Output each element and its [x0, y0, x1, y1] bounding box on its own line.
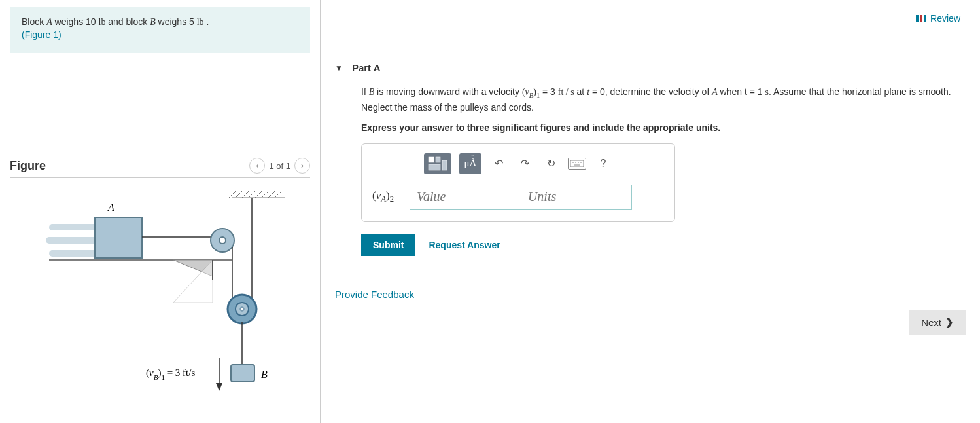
- units-input[interactable]: [521, 185, 632, 210]
- svg-line-6: [262, 191, 268, 198]
- value-input[interactable]: [410, 185, 521, 210]
- figure-label-A: A: [107, 202, 114, 213]
- svg-rect-32: [570, 160, 584, 167]
- figure-next-button[interactable]: ›: [294, 158, 310, 174]
- symbols-tool[interactable]: μÅ°: [459, 153, 481, 174]
- templates-tool[interactable]: [424, 153, 451, 174]
- part-title: Part A: [352, 62, 381, 73]
- svg-line-1: [229, 191, 236, 198]
- figure-title: Figure: [10, 159, 46, 173]
- help-tool[interactable]: ?: [594, 155, 612, 173]
- svg-rect-31: [442, 160, 447, 170]
- figure-link[interactable]: (Figure 1): [22, 29, 61, 40]
- keyboard-tool[interactable]: [568, 155, 586, 173]
- review-link[interactable]: Review: [916, 13, 960, 24]
- reset-tool[interactable]: ↻: [542, 155, 560, 173]
- redo-tool[interactable]: ↷: [516, 155, 534, 173]
- next-button[interactable]: Next ❯: [909, 310, 966, 335]
- figure-image: A: [10, 191, 310, 396]
- caret-down-icon: ▼: [335, 64, 343, 73]
- svg-line-4: [249, 191, 255, 198]
- chevron-right-icon: ❯: [945, 316, 954, 328]
- svg-rect-30: [436, 157, 440, 162]
- answer-variable-label: (vA)2 =: [372, 189, 403, 204]
- svg-line-7: [268, 191, 275, 198]
- provide-feedback-link[interactable]: Provide Feedback: [335, 289, 966, 300]
- help-icon: ?: [601, 158, 606, 170]
- svg-rect-28: [429, 157, 434, 162]
- svg-line-2: [236, 191, 242, 198]
- review-icon: [916, 15, 926, 22]
- problem-statement: Block A weighs 10 lb and block B weighs …: [10, 7, 310, 53]
- part-header[interactable]: ▼ Part A: [335, 62, 966, 73]
- svg-line-8: [275, 191, 281, 198]
- figure-nav: ‹ 1 of 1 ›: [249, 158, 310, 174]
- answer-instruction: Express your answer to three significant…: [361, 122, 966, 133]
- chevron-left-icon: ‹: [256, 161, 258, 170]
- svg-point-23: [240, 307, 244, 311]
- svg-point-18: [219, 237, 226, 244]
- problem-text: Block A weighs 10 lb and block B weighs …: [22, 16, 209, 27]
- svg-marker-27: [216, 383, 222, 391]
- chevron-right-icon: ›: [301, 161, 304, 170]
- svg-rect-13: [95, 217, 142, 258]
- answer-toolbar: μÅ° ↶ ↷ ↻ ?: [372, 153, 664, 174]
- question-text: If B is moving downward with a velocity …: [361, 85, 966, 115]
- answer-panel: μÅ° ↶ ↷ ↻ ? (vA)2 =: [361, 143, 675, 222]
- svg-line-3: [242, 191, 249, 198]
- figure-nav-text: 1 of 1: [269, 161, 290, 171]
- svg-rect-29: [429, 164, 440, 170]
- redo-icon: ↷: [521, 157, 529, 170]
- submit-button[interactable]: Submit: [361, 234, 415, 256]
- reset-icon: ↻: [547, 157, 555, 170]
- request-answer-link[interactable]: Request Answer: [429, 240, 500, 250]
- figure-prev-button[interactable]: ‹: [249, 158, 265, 174]
- keyboard-icon: [568, 158, 586, 170]
- undo-icon: ↶: [495, 157, 503, 170]
- svg-line-5: [255, 191, 262, 198]
- svg-rect-25: [231, 365, 254, 382]
- figure-label-B: B: [261, 369, 268, 380]
- figure-velocity-label: (vB)1 = 3 ft/s: [146, 367, 195, 381]
- undo-tool[interactable]: ↶: [489, 155, 508, 173]
